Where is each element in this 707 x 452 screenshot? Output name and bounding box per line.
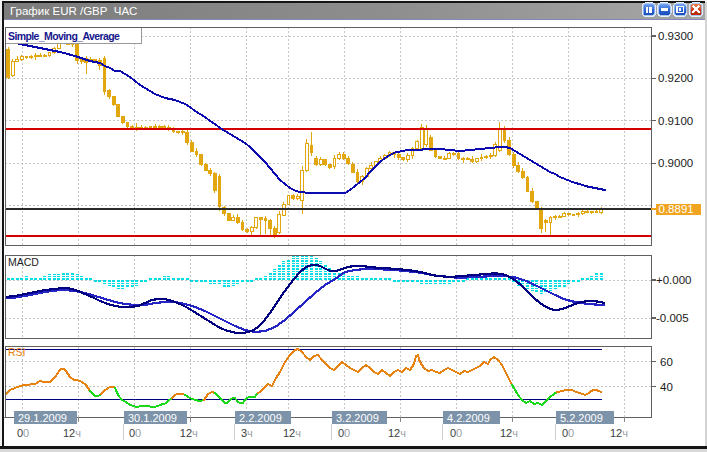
svg-text:3.2.2009: 3.2.2009	[336, 412, 379, 424]
svg-text:+0.000: +0.000	[656, 274, 692, 286]
svg-text:0.8891: 0.8891	[659, 203, 694, 215]
svg-text:0.9200: 0.9200	[658, 72, 693, 84]
svg-text:5.2.2009: 5.2.2009	[560, 412, 603, 424]
svg-text:00: 00	[338, 427, 350, 439]
svg-text:RSI: RSI	[8, 346, 26, 358]
svg-text:40: 40	[660, 381, 673, 393]
svg-text:00: 00	[562, 427, 574, 439]
svg-text:30.1.2009: 30.1.2009	[128, 412, 177, 424]
svg-text:60: 60	[660, 356, 673, 368]
svg-text:00: 00	[129, 427, 141, 439]
svg-text:00: 00	[450, 427, 462, 439]
svg-text:4.2.2009: 4.2.2009	[447, 412, 490, 424]
svg-text:График EUR /GBP ЧАС: График EUR /GBP ЧАС	[10, 5, 137, 17]
svg-text:3ч: 3ч	[241, 427, 253, 439]
svg-text:12ч: 12ч	[388, 427, 406, 439]
svg-text:0.9100: 0.9100	[658, 115, 693, 127]
svg-text:29.1.2009: 29.1.2009	[18, 412, 67, 424]
svg-text:2.2.2009: 2.2.2009	[239, 412, 282, 424]
svg-text:12ч: 12ч	[283, 427, 301, 439]
svg-text:00: 00	[17, 427, 29, 439]
svg-text:0.9000: 0.9000	[658, 157, 693, 169]
svg-text:12ч: 12ч	[610, 427, 628, 439]
svg-text:12ч: 12ч	[500, 427, 518, 439]
svg-text:-0.005: -0.005	[656, 312, 689, 324]
svg-text:12ч: 12ч	[180, 427, 198, 439]
svg-text:Simple_Moving_Average: Simple_Moving_Average	[8, 30, 120, 42]
svg-text:MACD: MACD	[8, 256, 39, 268]
svg-text:0.9300: 0.9300	[658, 30, 693, 42]
svg-text:12ч: 12ч	[63, 427, 81, 439]
